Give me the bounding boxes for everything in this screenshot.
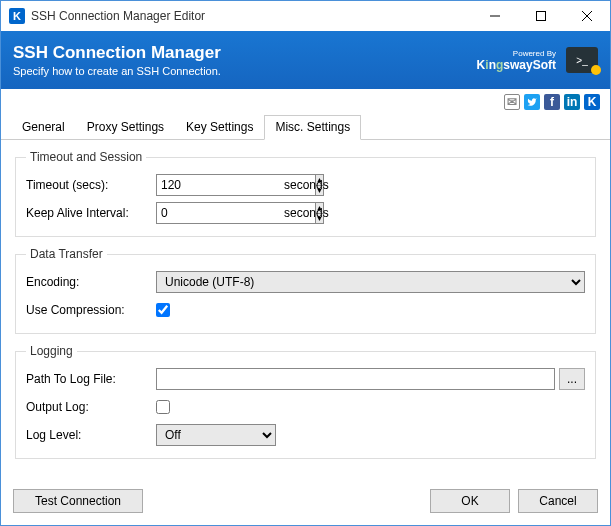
loglevel-select[interactable]: Off xyxy=(156,424,276,446)
outputlog-label: Output Log: xyxy=(26,400,156,414)
tab-key[interactable]: Key Settings xyxy=(175,115,264,139)
compression-checkbox[interactable] xyxy=(156,303,170,317)
group-timeout-legend: Timeout and Session xyxy=(26,150,146,164)
mail-icon[interactable]: ✉ xyxy=(504,94,520,110)
outputlog-checkbox[interactable] xyxy=(156,400,170,414)
timeout-unit: seconds xyxy=(284,178,329,192)
keepalive-input[interactable]: ▲▼ xyxy=(156,202,276,224)
tab-general[interactable]: General xyxy=(11,115,76,139)
group-transfer-legend: Data Transfer xyxy=(26,247,107,261)
minimize-button[interactable] xyxy=(472,1,518,31)
linkedin-icon[interactable]: in xyxy=(564,94,580,110)
logpath-label: Path To Log File: xyxy=(26,372,156,386)
timeout-label: Timeout (secs): xyxy=(26,178,156,192)
terminal-icon xyxy=(566,47,598,73)
cancel-button[interactable]: Cancel xyxy=(518,489,598,513)
group-logging: Logging Path To Log File: ... Output Log… xyxy=(15,344,596,459)
encoding-select[interactable]: Unicode (UTF-8) xyxy=(156,271,585,293)
logpath-input[interactable] xyxy=(156,368,555,390)
powered-by: Powered By KingswaySoft xyxy=(477,50,556,71)
app-icon: K xyxy=(9,8,25,24)
close-button[interactable] xyxy=(564,1,610,31)
group-logging-legend: Logging xyxy=(26,344,77,358)
timeout-input[interactable]: ▲▼ xyxy=(156,174,276,196)
ks-icon[interactable]: K xyxy=(584,94,600,110)
keepalive-label: Keep Alive Interval: xyxy=(26,206,156,220)
window-title: SSH Connection Manager Editor xyxy=(31,9,472,23)
ok-button[interactable]: OK xyxy=(430,489,510,513)
tab-proxy[interactable]: Proxy Settings xyxy=(76,115,175,139)
group-transfer: Data Transfer Encoding: Unicode (UTF-8) … xyxy=(15,247,596,334)
encoding-label: Encoding: xyxy=(26,275,156,289)
browse-button[interactable]: ... xyxy=(559,368,585,390)
footer: Test Connection OK Cancel xyxy=(1,481,610,525)
tab-row: General Proxy Settings Key Settings Misc… xyxy=(1,115,610,140)
titlebar: K SSH Connection Manager Editor xyxy=(1,1,610,31)
tab-misc[interactable]: Misc. Settings xyxy=(264,115,361,140)
svg-rect-1 xyxy=(537,12,546,21)
facebook-icon[interactable]: f xyxy=(544,94,560,110)
banner-subtitle: Specify how to create an SSH Connection. xyxy=(13,65,477,77)
twitter-icon[interactable] xyxy=(524,94,540,110)
maximize-button[interactable] xyxy=(518,1,564,31)
banner-title: SSH Connection Manager xyxy=(13,43,477,63)
test-connection-button[interactable]: Test Connection xyxy=(13,489,143,513)
group-timeout: Timeout and Session Timeout (secs): ▲▼ s… xyxy=(15,150,596,237)
loglevel-label: Log Level: xyxy=(26,428,156,442)
banner: SSH Connection Manager Specify how to cr… xyxy=(1,31,610,89)
social-row: ✉ f in K xyxy=(1,89,610,113)
content-panel: Timeout and Session Timeout (secs): ▲▼ s… xyxy=(1,140,610,481)
keepalive-unit: seconds xyxy=(284,206,329,220)
compression-label: Use Compression: xyxy=(26,303,156,317)
